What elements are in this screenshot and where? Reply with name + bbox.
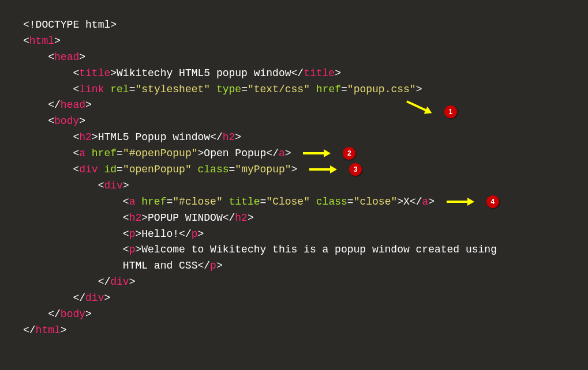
code-line: <h2>POPUP WINDOW</h2> bbox=[23, 210, 565, 226]
arrow-icon bbox=[447, 199, 477, 205]
arrow-icon bbox=[303, 150, 333, 156]
annotation-badge-4: 4 bbox=[486, 195, 499, 208]
code-line: <div id="openPopup" class="myPopup"> 3 bbox=[23, 162, 565, 178]
code-line: <link rel="stylesheet" type="text/css" h… bbox=[23, 82, 565, 98]
code-line: <head> bbox=[23, 50, 565, 66]
code-line: <h2>HTML5 Popup window</h2> bbox=[23, 130, 565, 146]
code-line: <html> bbox=[23, 33, 565, 50]
annotation-badge-1: 1 bbox=[444, 105, 457, 118]
code-line: <p>Welcome to Wikitechy this is a popup … bbox=[23, 242, 565, 258]
annotation-badge-3: 3 bbox=[349, 163, 362, 176]
code-line: </html> bbox=[23, 323, 565, 339]
code-line: <body> bbox=[23, 114, 565, 130]
code-line: </div> bbox=[23, 274, 565, 290]
code-line: <!DOCTYPE html> bbox=[23, 17, 565, 33]
code-line: <a href="#openPopup">Open Popup</a> 2 bbox=[23, 146, 565, 162]
code-line: <a href="#close" title="Close" class="cl… bbox=[23, 194, 565, 210]
annotation-1: 1 bbox=[401, 94, 459, 110]
code-line: </body> bbox=[23, 307, 565, 323]
code-line: <p>Hello!</p> bbox=[23, 226, 565, 243]
code-line: <div> bbox=[23, 178, 565, 194]
code-line: </head> bbox=[23, 97, 565, 114]
arrow-icon bbox=[309, 167, 339, 172]
code-line: </div> bbox=[23, 290, 565, 307]
code-block: <!DOCTYPE html> <html> <head> <title>Wik… bbox=[23, 17, 565, 339]
code-line: <title>Wikitechy HTML5 popup window</tit… bbox=[23, 66, 565, 82]
code-line: HTML and CSS</p> bbox=[23, 258, 565, 274]
annotation-badge-2: 2 bbox=[343, 147, 355, 160]
